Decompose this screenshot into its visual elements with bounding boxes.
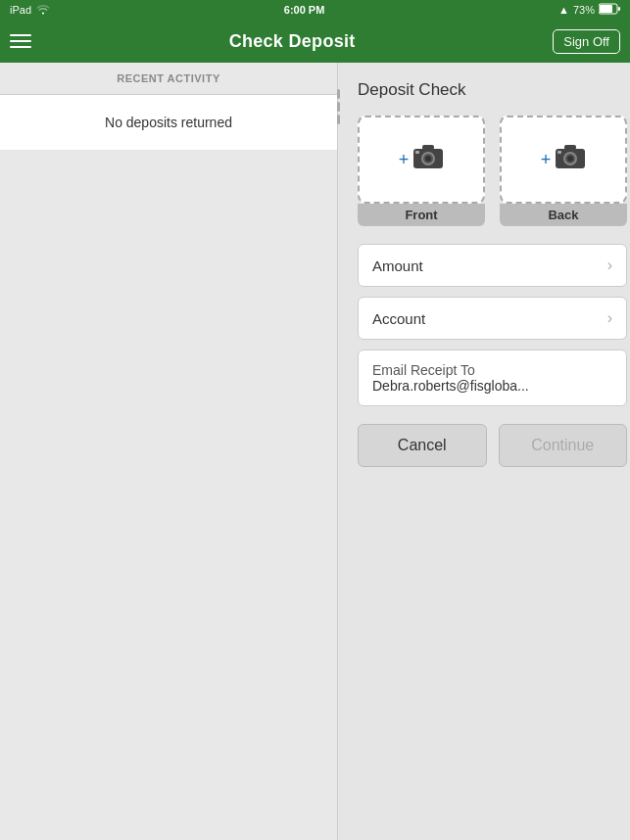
sign-off-button[interactable]: Sign Off [553, 29, 620, 54]
battery-icon [599, 3, 620, 17]
no-deposits-message: No deposits returned [0, 95, 337, 150]
status-time: 6:00 PM [284, 4, 325, 16]
account-chevron-icon: › [607, 309, 612, 327]
back-photo-wrap: + Back [500, 116, 627, 226]
amount-label: Amount [372, 257, 423, 274]
back-camera-icon [555, 144, 586, 176]
svg-point-12 [567, 156, 573, 162]
status-right: ▲ 73% [558, 3, 620, 17]
amount-chevron-icon: › [607, 257, 612, 274]
status-left: iPad [10, 4, 50, 17]
front-photo-button[interactable]: + [358, 116, 485, 204]
wifi-icon [36, 4, 50, 17]
svg-rect-2 [618, 7, 620, 11]
svg-rect-7 [422, 145, 434, 150]
front-photo-wrap: + Front [358, 116, 485, 226]
back-label: Back [500, 204, 627, 226]
left-panel: RECENT ACTIVITY No deposits returned [0, 63, 338, 840]
back-photo-button[interactable]: + [500, 116, 627, 204]
account-field[interactable]: Account › [358, 297, 627, 340]
menu-button[interactable] [10, 34, 31, 48]
front-camera-icon [412, 144, 444, 176]
email-value: Debra.roberts@fisgloba... [372, 378, 529, 394]
svg-rect-13 [564, 145, 576, 150]
svg-rect-1 [600, 5, 612, 13]
status-bar: iPad 6:00 PM ▲ 73% [0, 0, 630, 20]
main-layout: RECENT ACTIVITY No deposits returned Dep… [0, 63, 630, 840]
device-label: iPad [10, 4, 31, 16]
battery-level: 73% [573, 4, 595, 16]
account-label: Account [372, 310, 425, 327]
cancel-button[interactable]: Cancel [358, 424, 487, 467]
email-prefix: Email Receipt To [372, 362, 475, 378]
front-plus-icon: + [399, 150, 410, 170]
continue-button[interactable]: Continue [499, 424, 628, 467]
amount-row: Amount › [358, 244, 627, 287]
svg-rect-14 [557, 151, 561, 154]
nav-bar: Check Deposit Sign Off [0, 20, 630, 63]
account-row: Account › [358, 297, 627, 340]
nav-title: Check Deposit [229, 31, 356, 52]
amount-field[interactable]: Amount › [358, 244, 627, 287]
email-receipt-field: Email Receipt To Debra.roberts@fisgloba.… [358, 350, 627, 406]
camera-row: + Front [358, 116, 627, 226]
deposit-title: Deposit Check [358, 80, 627, 100]
svg-point-6 [425, 156, 431, 162]
right-panel: Deposit Check + [338, 63, 630, 840]
panel-drag-handle[interactable] [334, 89, 342, 124]
action-buttons: Cancel Continue [358, 424, 627, 467]
svg-rect-8 [415, 151, 419, 154]
back-plus-icon: + [541, 150, 552, 170]
recent-activity-header: RECENT ACTIVITY [0, 63, 337, 95]
location-icon: ▲ [558, 4, 569, 16]
front-label: Front [358, 204, 485, 226]
